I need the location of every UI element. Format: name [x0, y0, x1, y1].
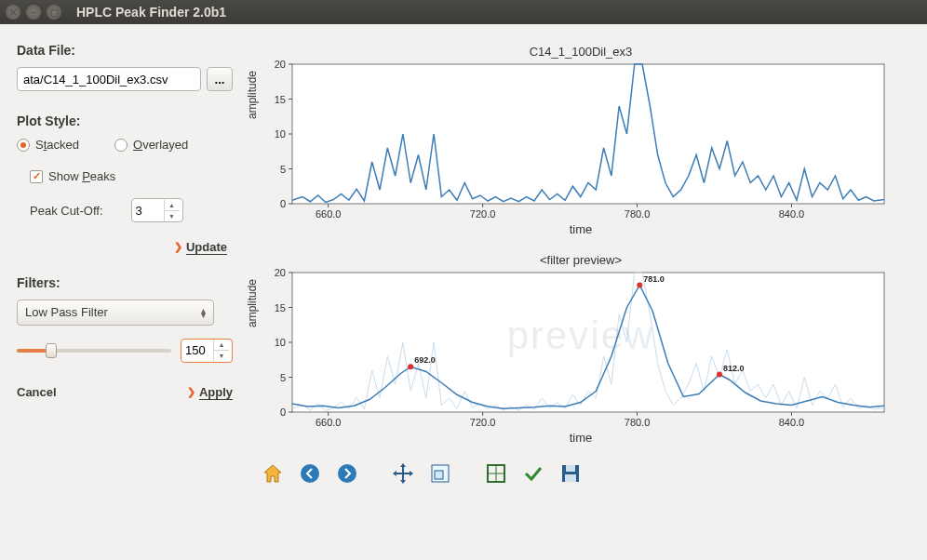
plots-panel: C14_1_100Dil_ex3 amplitude 05101520660.0… [251, 43, 910, 551]
filter-select[interactable]: Low Pass Filter ▴▾ [17, 300, 214, 326]
svg-point-45 [301, 464, 319, 483]
svg-marker-50 [400, 480, 406, 484]
radio-overlayed-label: Overlayed [133, 138, 188, 152]
filter-value-input[interactable] [181, 343, 213, 357]
show-peaks-checkbox[interactable]: ✓ Show Peaks [30, 169, 115, 183]
peak-cutoff-value[interactable] [132, 204, 164, 218]
radio-stacked-label: Stacked [35, 138, 79, 152]
svg-marker-44 [264, 465, 281, 482]
subplots-icon[interactable] [482, 460, 510, 487]
svg-point-46 [338, 464, 356, 483]
svg-point-42 [717, 372, 722, 378]
chart-ylabel: amplitude [246, 279, 259, 327]
forward-icon[interactable] [333, 460, 361, 487]
svg-text:780.0: 780.0 [625, 417, 651, 428]
svg-marker-49 [400, 463, 406, 467]
svg-marker-52 [410, 471, 413, 476]
svg-text:812.0: 812.0 [723, 364, 745, 373]
svg-point-38 [408, 364, 413, 369]
svg-text:15: 15 [275, 94, 286, 105]
window-minimize-icon[interactable]: – [26, 5, 41, 20]
window-title: HPLC Peak Finder 2.0b1 [76, 5, 226, 20]
svg-text:0: 0 [280, 198, 286, 209]
chart-ylabel: amplitude [246, 71, 259, 119]
combo-caret-icon: ▴▾ [201, 308, 206, 317]
plot-toolbar [251, 452, 910, 487]
update-button[interactable]: ❯ Update [174, 240, 227, 255]
svg-text:660.0: 660.0 [316, 417, 342, 428]
svg-text:780.0: 780.0 [625, 208, 651, 220]
spinner-down-icon[interactable]: ▼ [214, 351, 229, 361]
radio-selected-icon [17, 139, 30, 152]
peak-cutoff-spinner[interactable]: ▲▼ [131, 198, 183, 222]
svg-rect-54 [435, 471, 443, 479]
cancel-button[interactable]: Cancel [17, 385, 57, 399]
slider-thumb-icon[interactable] [46, 343, 57, 358]
checkbox-checked-icon: ✓ [30, 170, 43, 183]
svg-text:840.0: 840.0 [779, 208, 805, 220]
data-file-header: Data File: [17, 43, 233, 58]
window-maximize-icon[interactable]: ▢ [47, 5, 61, 20]
chart-canvas[interactable]: 05101520660.0720.0780.0840.0692.0781.081… [251, 267, 893, 433]
chevron-right-icon: ❯ [187, 386, 195, 398]
chevron-right-icon: ❯ [174, 241, 182, 253]
chart-xlabel: time [251, 431, 910, 445]
svg-text:660.0: 660.0 [316, 208, 342, 220]
window-titlebar: ✕ – ▢ HPLC Peak Finder 2.0b1 [0, 0, 927, 24]
filters-header: Filters: [17, 275, 233, 290]
radio-unselected-icon [114, 139, 128, 152]
svg-text:781.0: 781.0 [643, 274, 665, 284]
svg-rect-60 [565, 474, 576, 482]
spinner-up-icon[interactable]: ▲ [165, 200, 180, 211]
svg-text:20: 20 [275, 59, 286, 70]
apply-button[interactable]: ❯ Apply [187, 385, 233, 400]
chart-canvas[interactable]: 05101520660.0720.0780.0840.0 [251, 59, 893, 224]
svg-text:720.0: 720.0 [470, 417, 496, 428]
svg-text:10: 10 [275, 337, 286, 348]
controls-panel: Data File: ... Plot Style: Stacked Overl… [17, 43, 233, 551]
radio-stacked[interactable]: Stacked [17, 138, 79, 152]
show-peaks-label: Show Peaks [48, 169, 115, 183]
filter-selected-value: Low Pass Filter [25, 305, 108, 319]
radio-overlayed[interactable]: Overlayed [114, 138, 188, 152]
back-icon[interactable] [296, 460, 324, 487]
svg-rect-59 [566, 465, 575, 472]
browse-button[interactable]: ... [207, 67, 233, 91]
svg-text:692.0: 692.0 [414, 355, 436, 365]
edit-icon[interactable] [519, 460, 547, 487]
filter-value-spinner[interactable]: ▲▼ [181, 339, 233, 363]
svg-text:0: 0 [280, 407, 286, 418]
spinner-down-icon[interactable]: ▼ [165, 211, 180, 221]
svg-marker-51 [393, 471, 396, 476]
chart-xlabel: time [251, 222, 910, 236]
chart-filtered[interactable]: <filter preview> amplitude preview 05101… [251, 251, 910, 452]
chart-title: C14_1_100Dil_ex3 [251, 43, 910, 59]
home-icon[interactable] [259, 460, 287, 487]
filter-slider[interactable] [17, 342, 171, 359]
svg-text:840.0: 840.0 [779, 417, 805, 428]
chart-raw[interactable]: C14_1_100Dil_ex3 amplitude 05101520660.0… [251, 43, 910, 244]
svg-point-40 [637, 283, 642, 288]
data-file-input[interactable] [17, 67, 201, 91]
peak-cutoff-label: Peak Cut-Off: [30, 204, 103, 218]
svg-text:15: 15 [275, 302, 286, 313]
window-close-icon[interactable]: ✕ [6, 5, 20, 20]
pan-icon[interactable] [389, 460, 417, 487]
spinner-up-icon[interactable]: ▲ [214, 340, 229, 351]
save-icon[interactable] [557, 460, 584, 487]
svg-text:10: 10 [275, 128, 286, 140]
plot-style-header: Plot Style: [17, 113, 233, 128]
svg-text:5: 5 [280, 164, 286, 175]
svg-text:720.0: 720.0 [470, 208, 496, 220]
svg-text:5: 5 [280, 372, 286, 383]
svg-text:20: 20 [275, 267, 286, 278]
zoom-icon[interactable] [426, 460, 454, 487]
chart-title: <filter preview> [251, 251, 910, 267]
